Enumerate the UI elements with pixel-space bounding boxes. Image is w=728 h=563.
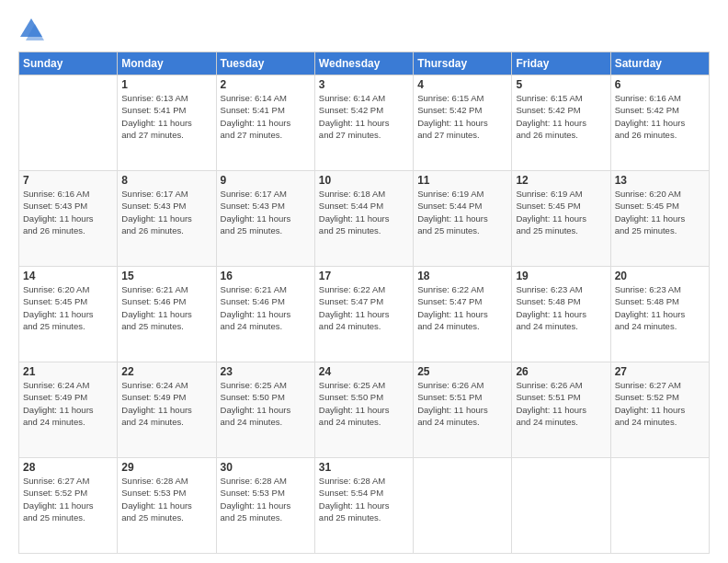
- col-header-saturday: Saturday: [610, 52, 709, 75]
- day-info: Sunrise: 6:28 AM Sunset: 5:53 PM Dayligh…: [221, 475, 311, 523]
- calendar-cell: [610, 458, 709, 554]
- day-number: 7: [23, 174, 113, 187]
- day-info: Sunrise: 6:16 AM Sunset: 5:42 PM Dayligh…: [615, 92, 705, 141]
- day-number: 29: [121, 461, 211, 474]
- col-header-thursday: Thursday: [414, 52, 512, 75]
- day-number: 1: [121, 78, 211, 91]
- calendar-cell: 4Sunrise: 6:15 AM Sunset: 5:42 PM Daylig…: [414, 75, 512, 171]
- day-number: 4: [417, 78, 507, 91]
- calendar-cell: 26Sunrise: 6:26 AM Sunset: 5:51 PM Dayli…: [512, 362, 610, 458]
- day-info: Sunrise: 6:22 AM Sunset: 5:47 PM Dayligh…: [319, 283, 409, 332]
- day-info: Sunrise: 6:19 AM Sunset: 5:45 PM Dayligh…: [516, 188, 606, 236]
- calendar-cell: 11Sunrise: 6:19 AM Sunset: 5:44 PM Dayli…: [414, 171, 512, 267]
- day-number: 10: [319, 174, 409, 187]
- calendar-week-4: 21Sunrise: 6:24 AM Sunset: 5:49 PM Dayli…: [19, 362, 710, 458]
- calendar-week-5: 28Sunrise: 6:27 AM Sunset: 5:52 PM Dayli…: [19, 458, 710, 554]
- col-header-tuesday: Tuesday: [216, 52, 314, 75]
- day-number: 16: [221, 270, 311, 282]
- calendar-cell: [512, 458, 610, 554]
- calendar-cell: 13Sunrise: 6:20 AM Sunset: 5:45 PM Dayli…: [610, 171, 709, 267]
- day-number: 24: [319, 365, 409, 378]
- calendar-cell: 3Sunrise: 6:14 AM Sunset: 5:42 PM Daylig…: [314, 75, 413, 171]
- calendar-cell: 23Sunrise: 6:25 AM Sunset: 5:50 PM Dayli…: [216, 362, 314, 458]
- col-header-sunday: Sunday: [19, 52, 118, 75]
- calendar-table: SundayMondayTuesdayWednesdayThursdayFrid…: [18, 52, 710, 554]
- day-number: 12: [516, 174, 606, 187]
- calendar-cell: 29Sunrise: 6:28 AM Sunset: 5:53 PM Dayli…: [118, 458, 216, 554]
- day-info: Sunrise: 6:25 AM Sunset: 5:50 PM Dayligh…: [221, 379, 311, 428]
- calendar-cell: 25Sunrise: 6:26 AM Sunset: 5:51 PM Dayli…: [414, 362, 512, 458]
- day-info: Sunrise: 6:21 AM Sunset: 5:46 PM Dayligh…: [221, 283, 311, 332]
- day-number: 15: [121, 270, 211, 282]
- day-info: Sunrise: 6:14 AM Sunset: 5:41 PM Dayligh…: [221, 92, 311, 141]
- day-info: Sunrise: 6:25 AM Sunset: 5:50 PM Dayligh…: [319, 379, 409, 428]
- day-info: Sunrise: 6:26 AM Sunset: 5:51 PM Dayligh…: [417, 379, 507, 428]
- day-info: Sunrise: 6:17 AM Sunset: 5:43 PM Dayligh…: [121, 188, 211, 236]
- calendar-cell: 30Sunrise: 6:28 AM Sunset: 5:53 PM Dayli…: [216, 458, 314, 554]
- day-number: 14: [23, 270, 113, 282]
- calendar-cell: 27Sunrise: 6:27 AM Sunset: 5:52 PM Dayli…: [610, 362, 709, 458]
- day-info: Sunrise: 6:20 AM Sunset: 5:45 PM Dayligh…: [615, 188, 705, 236]
- day-number: 6: [615, 78, 705, 91]
- day-number: 31: [319, 461, 409, 474]
- day-info: Sunrise: 6:24 AM Sunset: 5:49 PM Dayligh…: [23, 379, 113, 428]
- day-info: Sunrise: 6:28 AM Sunset: 5:53 PM Dayligh…: [121, 475, 211, 523]
- calendar-cell: 14Sunrise: 6:20 AM Sunset: 5:45 PM Dayli…: [19, 267, 118, 362]
- calendar-cell: 21Sunrise: 6:24 AM Sunset: 5:49 PM Dayli…: [19, 362, 118, 458]
- calendar-week-2: 7Sunrise: 6:16 AM Sunset: 5:43 PM Daylig…: [19, 171, 710, 267]
- day-info: Sunrise: 6:13 AM Sunset: 5:41 PM Dayligh…: [121, 92, 211, 141]
- day-number: 21: [23, 365, 113, 378]
- day-number: 9: [221, 174, 311, 187]
- day-number: 23: [221, 365, 311, 378]
- calendar-cell: 31Sunrise: 6:28 AM Sunset: 5:54 PM Dayli…: [314, 458, 413, 554]
- calendar-week-3: 14Sunrise: 6:20 AM Sunset: 5:45 PM Dayli…: [19, 267, 710, 362]
- day-info: Sunrise: 6:24 AM Sunset: 5:49 PM Dayligh…: [121, 379, 211, 428]
- calendar-cell: 17Sunrise: 6:22 AM Sunset: 5:47 PM Dayli…: [314, 267, 413, 362]
- day-number: 25: [417, 365, 507, 378]
- day-info: Sunrise: 6:15 AM Sunset: 5:42 PM Dayligh…: [417, 92, 507, 141]
- day-info: Sunrise: 6:17 AM Sunset: 5:43 PM Dayligh…: [221, 188, 311, 236]
- calendar-cell: 15Sunrise: 6:21 AM Sunset: 5:46 PM Dayli…: [118, 267, 216, 362]
- day-info: Sunrise: 6:22 AM Sunset: 5:47 PM Dayligh…: [417, 283, 507, 332]
- calendar-cell: 24Sunrise: 6:25 AM Sunset: 5:50 PM Dayli…: [314, 362, 413, 458]
- day-number: 26: [516, 365, 606, 378]
- day-info: Sunrise: 6:28 AM Sunset: 5:54 PM Dayligh…: [319, 475, 409, 523]
- logo-icon: [18, 17, 44, 42]
- calendar-cell: 28Sunrise: 6:27 AM Sunset: 5:52 PM Dayli…: [19, 458, 118, 554]
- day-number: 2: [221, 78, 311, 91]
- day-number: 30: [221, 461, 311, 474]
- calendar-cell: 20Sunrise: 6:23 AM Sunset: 5:48 PM Dayli…: [610, 267, 709, 362]
- day-info: Sunrise: 6:27 AM Sunset: 5:52 PM Dayligh…: [23, 475, 113, 523]
- calendar-header-row: SundayMondayTuesdayWednesdayThursdayFrid…: [19, 52, 710, 75]
- calendar-cell: 1Sunrise: 6:13 AM Sunset: 5:41 PM Daylig…: [118, 75, 216, 171]
- col-header-friday: Friday: [512, 52, 610, 75]
- day-info: Sunrise: 6:15 AM Sunset: 5:42 PM Dayligh…: [516, 92, 606, 141]
- logo: [18, 17, 46, 42]
- day-number: 27: [615, 365, 705, 378]
- calendar-cell: 8Sunrise: 6:17 AM Sunset: 5:43 PM Daylig…: [118, 171, 216, 267]
- calendar-cell: 9Sunrise: 6:17 AM Sunset: 5:43 PM Daylig…: [216, 171, 314, 267]
- day-number: 22: [121, 365, 211, 378]
- day-info: Sunrise: 6:23 AM Sunset: 5:48 PM Dayligh…: [516, 283, 606, 332]
- calendar-cell: 6Sunrise: 6:16 AM Sunset: 5:42 PM Daylig…: [610, 75, 709, 171]
- calendar-cell: 2Sunrise: 6:14 AM Sunset: 5:41 PM Daylig…: [216, 75, 314, 171]
- day-number: 19: [516, 270, 606, 282]
- calendar-cell: 16Sunrise: 6:21 AM Sunset: 5:46 PM Dayli…: [216, 267, 314, 362]
- col-header-monday: Monday: [118, 52, 216, 75]
- calendar-cell: [414, 458, 512, 554]
- calendar-cell: 18Sunrise: 6:22 AM Sunset: 5:47 PM Dayli…: [414, 267, 512, 362]
- day-number: 11: [417, 174, 507, 187]
- calendar-week-1: 1Sunrise: 6:13 AM Sunset: 5:41 PM Daylig…: [19, 75, 710, 171]
- calendar-cell: 22Sunrise: 6:24 AM Sunset: 5:49 PM Dayli…: [118, 362, 216, 458]
- calendar-cell: [19, 75, 118, 171]
- day-number: 5: [516, 78, 606, 91]
- day-info: Sunrise: 6:26 AM Sunset: 5:51 PM Dayligh…: [516, 379, 606, 428]
- day-number: 8: [121, 174, 211, 187]
- day-info: Sunrise: 6:14 AM Sunset: 5:42 PM Dayligh…: [319, 92, 409, 141]
- day-info: Sunrise: 6:20 AM Sunset: 5:45 PM Dayligh…: [23, 283, 113, 332]
- calendar-cell: 7Sunrise: 6:16 AM Sunset: 5:43 PM Daylig…: [19, 171, 118, 267]
- day-info: Sunrise: 6:18 AM Sunset: 5:44 PM Dayligh…: [319, 188, 409, 236]
- day-info: Sunrise: 6:27 AM Sunset: 5:52 PM Dayligh…: [615, 379, 705, 428]
- day-info: Sunrise: 6:19 AM Sunset: 5:44 PM Dayligh…: [417, 188, 507, 236]
- calendar-cell: 19Sunrise: 6:23 AM Sunset: 5:48 PM Dayli…: [512, 267, 610, 362]
